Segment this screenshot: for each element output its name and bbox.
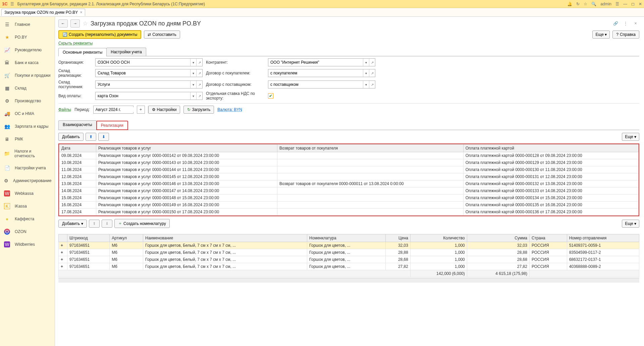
tab-main-props[interactable]: Основные реквизиты xyxy=(58,48,107,56)
horizontal-scrollbar[interactable] xyxy=(58,278,639,283)
table-row[interactable]: +971634651M6Горшок для цветов, Белый, 7 … xyxy=(59,263,639,270)
create-nom-button[interactable]: ＋Создать номенклатуру xyxy=(114,219,170,228)
sidebar-item-ozon[interactable]: OOZON xyxy=(0,225,55,238)
store2-input-field[interactable] xyxy=(96,82,190,87)
sidebar-item-main[interactable]: ☰Главное xyxy=(0,18,55,31)
open-icon[interactable]: ↗ xyxy=(196,92,202,100)
move-up-button-2[interactable]: ⬆ xyxy=(89,220,100,228)
sidebar-item-production[interactable]: ⚙Производство xyxy=(0,95,55,107)
more-button[interactable]: Еще ▾ xyxy=(622,133,639,141)
sidebar-item-settings[interactable]: 📄Настройки учета xyxy=(0,162,55,174)
table-row[interactable]: 09.08.2024Реализация товаров и услуг 000… xyxy=(59,152,639,159)
sidebar-item-hr[interactable]: 👥Зарплата и кадры xyxy=(0,120,55,133)
contract-buyer-input[interactable]: ▾↗ xyxy=(268,69,375,77)
col-realization[interactable]: Реализация товаров и услуг xyxy=(96,145,277,152)
settings-icon[interactable]: ☰ xyxy=(615,2,619,6)
user-label[interactable]: admin xyxy=(600,2,611,6)
store-input[interactable]: ▾↗ xyxy=(95,69,203,77)
contract-supplier-input[interactable]: ▾↗ xyxy=(268,80,375,89)
open-icon[interactable]: ↗ xyxy=(196,81,202,88)
table-row[interactable]: 14.08.2024Реализация товаров и услуг 000… xyxy=(59,187,639,194)
currency-link[interactable]: Валюта: BYN xyxy=(217,107,242,112)
table-row[interactable]: 13.08.2024Реализация товаров и услуг 000… xyxy=(59,180,639,187)
sidebar-item-ikassa[interactable]: KiKassa xyxy=(0,200,55,213)
dropdown-icon[interactable]: ▾ xyxy=(190,69,196,77)
close-icon[interactable]: × xyxy=(80,10,82,15)
files-link[interactable]: Файлы xyxy=(58,107,71,112)
counter-input[interactable]: ▾↗ xyxy=(268,58,375,66)
table-row[interactable]: +971634651M6Горшок для цветов, Белый, 7 … xyxy=(59,256,639,263)
table-row[interactable]: 15.08.2024Реализация товаров и услуг 000… xyxy=(59,194,639,201)
favorite-icon[interactable]: ☆ xyxy=(83,20,88,27)
period-stepper[interactable]: ÷ xyxy=(137,106,145,114)
hide-fields-link[interactable]: Скрыть реквизиты xyxy=(58,41,639,46)
sidebar-item-rmk[interactable]: 🖥РМК xyxy=(0,133,55,146)
col-payment[interactable]: Оплата платежной картой xyxy=(463,145,638,152)
link-icon[interactable]: 🔗 xyxy=(612,20,619,27)
add-button[interactable]: Добавить xyxy=(58,133,84,141)
star-icon[interactable]: ☆ xyxy=(584,2,587,6)
tab-realizations[interactable]: Реализации xyxy=(96,121,128,130)
store-input-field[interactable] xyxy=(96,71,190,75)
compare-button[interactable]: ⇄Сопоставить xyxy=(144,31,180,39)
sidebar-item-sales[interactable]: 🛒Покупки и продажи xyxy=(0,69,55,82)
add-button-2[interactable]: Добавить ▾ xyxy=(58,220,87,228)
dropdown-icon[interactable]: ▾ xyxy=(190,59,196,66)
open-icon[interactable]: ↗ xyxy=(369,69,375,77)
col-sku[interactable]: Артикул xyxy=(110,234,143,242)
tab-settlements[interactable]: Взаиморасчеты xyxy=(58,120,97,130)
history-icon[interactable]: ↻ xyxy=(576,2,580,6)
sidebar-item-admin[interactable]: ⚙Администрирование xyxy=(0,174,55,187)
help-button[interactable]: ? Справка xyxy=(612,31,639,39)
col-country[interactable]: Страна xyxy=(529,234,567,242)
tab-accounting-settings[interactable]: Настройки учета xyxy=(106,48,146,56)
dropdown-icon[interactable]: ▾ xyxy=(190,81,196,88)
more-button-2[interactable]: Еще ▾ xyxy=(622,220,639,228)
contract-supplier-field[interactable] xyxy=(268,82,363,87)
table-row[interactable]: +971634651M6Горшок для цветов, Белый, 7 … xyxy=(59,242,639,249)
sidebar-item-kaffesta[interactable]: ●Каффеста xyxy=(0,213,55,225)
dropdown-icon[interactable]: ▾ xyxy=(363,59,369,66)
table-row[interactable]: +971634651M6Горшок для цветов, Белый, 7 … xyxy=(59,249,639,256)
contract-buyer-field[interactable] xyxy=(268,71,363,75)
open-icon[interactable]: ↗ xyxy=(196,69,202,77)
sidebar-item-wildberries[interactable]: WWildberries xyxy=(0,238,55,251)
expand-icon[interactable]: + xyxy=(59,256,67,263)
sidebar-item-tax[interactable]: 📁Налоги и отчетность xyxy=(0,146,55,162)
open-icon[interactable]: ↗ xyxy=(196,59,202,66)
more-icon[interactable]: ⋮ xyxy=(622,20,629,27)
nav-back-button[interactable]: ← xyxy=(58,19,68,27)
col-name[interactable]: Наименование xyxy=(143,234,307,242)
create-documents-button[interactable]: 🔄Создать (перезаполнить) документы xyxy=(58,30,141,39)
table-row[interactable]: 10.08.2024Реализация товаров и услуг 000… xyxy=(59,159,639,166)
maximize-icon[interactable]: ◻ xyxy=(631,2,635,6)
settings-button[interactable]: ⚙Настройки xyxy=(148,106,180,114)
org-input[interactable]: ▾↗ xyxy=(95,58,203,66)
menu-icon[interactable]: ☰ xyxy=(10,2,14,6)
move-up-button[interactable]: ⬆ xyxy=(86,133,96,141)
table-row[interactable]: 16.08.2024Реализация товаров и услуг 000… xyxy=(59,201,639,209)
dropdown-icon[interactable]: ▾ xyxy=(363,81,369,88)
nav-forward-button[interactable]: → xyxy=(70,19,80,27)
col-date[interactable]: Дата xyxy=(59,145,96,152)
expand-icon[interactable]: + xyxy=(59,242,67,249)
open-icon[interactable]: ↗ xyxy=(369,59,375,66)
col-return[interactable]: Возврат товаров от покупателя xyxy=(277,145,464,152)
period-input[interactable]: … xyxy=(93,106,133,114)
load-button[interactable]: ↻Загрузить xyxy=(183,106,214,114)
paytype-input-field[interactable] xyxy=(96,94,190,98)
export-vat-checkbox[interactable]: ✔ xyxy=(268,93,273,99)
bell-icon[interactable]: 🔔 xyxy=(567,2,572,6)
more-button[interactable]: Еще ▾ xyxy=(592,31,610,39)
col-qty[interactable]: Количество xyxy=(410,234,467,242)
table-row[interactable]: 11.08.2024Реализация товаров и услуг 000… xyxy=(59,166,639,173)
tab-ozon-load[interactable]: Загрузка продаж OZON по дням PO.BY × xyxy=(1,9,85,16)
close-icon[interactable]: ✕ xyxy=(639,2,642,6)
search-icon[interactable]: 🔍 xyxy=(591,2,596,6)
sidebar-item-webkassa[interactable]: WWebkassa xyxy=(0,187,55,200)
move-down-button-2[interactable]: ⬇ xyxy=(102,220,112,228)
org-input-field[interactable] xyxy=(96,60,190,65)
col-barcode[interactable]: Штрихкод xyxy=(67,234,110,242)
counter-input-field[interactable] xyxy=(268,60,363,65)
col-sum[interactable]: Сумма xyxy=(467,234,529,242)
